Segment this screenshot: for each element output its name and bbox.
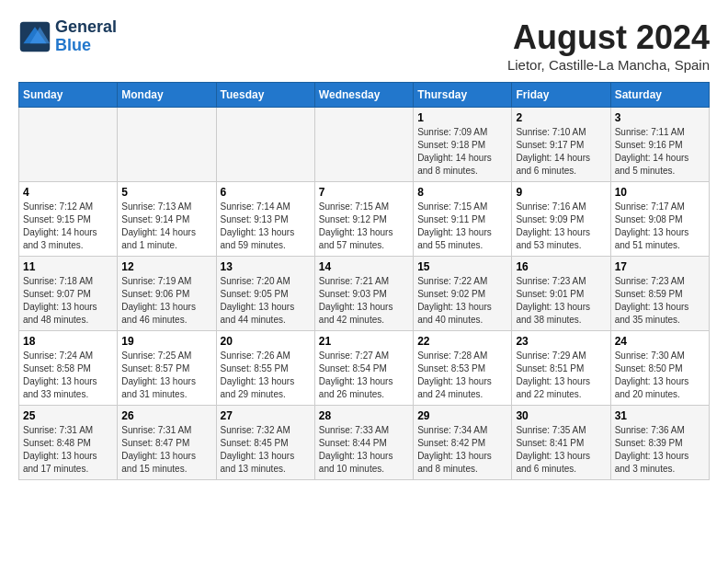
calendar-cell: 2Sunrise: 7:10 AM Sunset: 9:17 PM Daylig… xyxy=(512,108,610,182)
calendar-cell: 5Sunrise: 7:13 AM Sunset: 9:14 PM Daylig… xyxy=(118,182,216,257)
calendar-cell: 3Sunrise: 7:11 AM Sunset: 9:16 PM Daylig… xyxy=(610,108,709,182)
calendar-cell xyxy=(216,108,314,182)
day-info: Sunrise: 7:23 AM Sunset: 8:59 PM Dayligh… xyxy=(615,275,705,327)
calendar-cell: 10Sunrise: 7:17 AM Sunset: 9:08 PM Dayli… xyxy=(610,182,709,257)
day-info: Sunrise: 7:13 AM Sunset: 9:14 PM Dayligh… xyxy=(121,201,211,252)
location: Lietor, Castille-La Mancha, Spain xyxy=(507,57,710,73)
calendar-cell xyxy=(314,108,413,182)
logo: General Blue xyxy=(18,18,117,55)
day-number: 22 xyxy=(417,335,507,348)
calendar-cell: 24Sunrise: 7:30 AM Sunset: 8:50 PM Dayli… xyxy=(610,331,709,406)
calendar-header: SundayMondayTuesdayWednesdayThursdayFrid… xyxy=(19,83,710,108)
day-number: 4 xyxy=(23,186,113,199)
calendar-cell xyxy=(118,108,216,182)
calendar-cell: 14Sunrise: 7:21 AM Sunset: 9:03 PM Dayli… xyxy=(314,257,413,331)
day-info: Sunrise: 7:31 AM Sunset: 8:47 PM Dayligh… xyxy=(121,424,211,476)
day-number: 18 xyxy=(23,335,113,348)
calendar-cell: 21Sunrise: 7:27 AM Sunset: 8:54 PM Dayli… xyxy=(314,331,413,406)
day-number: 13 xyxy=(221,260,311,273)
day-number: 1 xyxy=(417,111,507,124)
day-info: Sunrise: 7:11 AM Sunset: 9:16 PM Dayligh… xyxy=(615,126,705,178)
calendar-cell: 15Sunrise: 7:22 AM Sunset: 9:02 PM Dayli… xyxy=(414,257,512,331)
calendar-cell: 9Sunrise: 7:16 AM Sunset: 9:09 PM Daylig… xyxy=(512,182,610,257)
day-number: 20 xyxy=(221,335,311,348)
day-info: Sunrise: 7:17 AM Sunset: 9:08 PM Dayligh… xyxy=(615,201,705,252)
day-number: 23 xyxy=(516,335,606,348)
day-info: Sunrise: 7:23 AM Sunset: 9:01 PM Dayligh… xyxy=(516,275,606,327)
calendar-week-row: 1Sunrise: 7:09 AM Sunset: 9:18 PM Daylig… xyxy=(19,108,710,182)
day-info: Sunrise: 7:24 AM Sunset: 8:58 PM Dayligh… xyxy=(23,350,113,401)
day-number: 25 xyxy=(23,409,113,422)
month-year: August 2024 xyxy=(507,18,710,57)
day-number: 6 xyxy=(221,186,311,199)
calendar-cell: 23Sunrise: 7:29 AM Sunset: 8:51 PM Dayli… xyxy=(512,331,610,406)
day-info: Sunrise: 7:34 AM Sunset: 8:42 PM Dayligh… xyxy=(417,424,507,476)
day-info: Sunrise: 7:28 AM Sunset: 8:53 PM Dayligh… xyxy=(417,350,507,401)
day-info: Sunrise: 7:12 AM Sunset: 9:15 PM Dayligh… xyxy=(23,201,113,252)
day-info: Sunrise: 7:35 AM Sunset: 8:41 PM Dayligh… xyxy=(516,424,606,476)
day-number: 10 xyxy=(615,186,705,199)
day-info: Sunrise: 7:21 AM Sunset: 9:03 PM Dayligh… xyxy=(319,275,409,327)
weekday-header-sunday: Sunday xyxy=(19,83,118,108)
calendar-week-row: 11Sunrise: 7:18 AM Sunset: 9:07 PM Dayli… xyxy=(19,257,710,331)
day-number: 9 xyxy=(516,186,606,199)
calendar-cell: 18Sunrise: 7:24 AM Sunset: 8:58 PM Dayli… xyxy=(19,331,118,406)
day-number: 26 xyxy=(121,409,211,422)
weekday-header-row: SundayMondayTuesdayWednesdayThursdayFrid… xyxy=(19,83,710,108)
day-info: Sunrise: 7:27 AM Sunset: 8:54 PM Dayligh… xyxy=(319,350,409,401)
day-info: Sunrise: 7:10 AM Sunset: 9:17 PM Dayligh… xyxy=(516,126,606,178)
day-number: 28 xyxy=(319,409,409,422)
logo-line2: Blue xyxy=(55,37,117,55)
day-number: 31 xyxy=(615,409,705,422)
day-number: 21 xyxy=(319,335,409,348)
day-number: 27 xyxy=(221,409,311,422)
day-number: 11 xyxy=(23,260,113,273)
day-info: Sunrise: 7:30 AM Sunset: 8:50 PM Dayligh… xyxy=(615,350,705,401)
calendar-cell: 22Sunrise: 7:28 AM Sunset: 8:53 PM Dayli… xyxy=(414,331,512,406)
calendar-cell: 28Sunrise: 7:33 AM Sunset: 8:44 PM Dayli… xyxy=(314,406,413,480)
day-info: Sunrise: 7:18 AM Sunset: 9:07 PM Dayligh… xyxy=(23,275,113,327)
calendar-cell: 29Sunrise: 7:34 AM Sunset: 8:42 PM Dayli… xyxy=(414,406,512,480)
day-number: 16 xyxy=(516,260,606,273)
day-info: Sunrise: 7:29 AM Sunset: 8:51 PM Dayligh… xyxy=(516,350,606,401)
calendar-cell: 20Sunrise: 7:26 AM Sunset: 8:55 PM Dayli… xyxy=(216,331,314,406)
day-info: Sunrise: 7:14 AM Sunset: 9:13 PM Dayligh… xyxy=(221,201,311,252)
day-number: 3 xyxy=(615,111,705,124)
calendar-cell: 13Sunrise: 7:20 AM Sunset: 9:05 PM Dayli… xyxy=(216,257,314,331)
day-number: 7 xyxy=(319,186,409,199)
calendar-cell: 1Sunrise: 7:09 AM Sunset: 9:18 PM Daylig… xyxy=(414,108,512,182)
day-info: Sunrise: 7:20 AM Sunset: 9:05 PM Dayligh… xyxy=(221,275,311,327)
day-number: 15 xyxy=(417,260,507,273)
calendar-cell: 26Sunrise: 7:31 AM Sunset: 8:47 PM Dayli… xyxy=(118,406,216,480)
day-info: Sunrise: 7:31 AM Sunset: 8:48 PM Dayligh… xyxy=(23,424,113,476)
calendar-cell: 6Sunrise: 7:14 AM Sunset: 9:13 PM Daylig… xyxy=(216,182,314,257)
day-info: Sunrise: 7:15 AM Sunset: 9:12 PM Dayligh… xyxy=(319,201,409,252)
day-info: Sunrise: 7:09 AM Sunset: 9:18 PM Dayligh… xyxy=(417,126,507,178)
calendar-week-row: 25Sunrise: 7:31 AM Sunset: 8:48 PM Dayli… xyxy=(19,406,710,480)
calendar-cell: 17Sunrise: 7:23 AM Sunset: 8:59 PM Dayli… xyxy=(610,257,709,331)
day-number: 30 xyxy=(516,409,606,422)
calendar-cell: 25Sunrise: 7:31 AM Sunset: 8:48 PM Dayli… xyxy=(19,406,118,480)
weekday-header-wednesday: Wednesday xyxy=(314,83,413,108)
calendar-cell: 30Sunrise: 7:35 AM Sunset: 8:41 PM Dayli… xyxy=(512,406,610,480)
day-number: 14 xyxy=(319,260,409,273)
day-info: Sunrise: 7:25 AM Sunset: 8:57 PM Dayligh… xyxy=(121,350,211,401)
calendar-body: 1Sunrise: 7:09 AM Sunset: 9:18 PM Daylig… xyxy=(19,108,710,480)
title-area: August 2024 Lietor, Castille-La Mancha, … xyxy=(507,18,710,73)
calendar-cell: 7Sunrise: 7:15 AM Sunset: 9:12 PM Daylig… xyxy=(314,182,413,257)
calendar-cell: 19Sunrise: 7:25 AM Sunset: 8:57 PM Dayli… xyxy=(118,331,216,406)
calendar-cell: 12Sunrise: 7:19 AM Sunset: 9:06 PM Dayli… xyxy=(118,257,216,331)
day-number: 29 xyxy=(417,409,507,422)
calendar-cell: 27Sunrise: 7:32 AM Sunset: 8:45 PM Dayli… xyxy=(216,406,314,480)
calendar-week-row: 18Sunrise: 7:24 AM Sunset: 8:58 PM Dayli… xyxy=(19,331,710,406)
day-info: Sunrise: 7:19 AM Sunset: 9:06 PM Dayligh… xyxy=(121,275,211,327)
day-number: 12 xyxy=(121,260,211,273)
day-info: Sunrise: 7:33 AM Sunset: 8:44 PM Dayligh… xyxy=(319,424,409,476)
weekday-header-monday: Monday xyxy=(118,83,216,108)
day-info: Sunrise: 7:16 AM Sunset: 9:09 PM Dayligh… xyxy=(516,201,606,252)
day-number: 17 xyxy=(615,260,705,273)
calendar-cell: 4Sunrise: 7:12 AM Sunset: 9:15 PM Daylig… xyxy=(19,182,118,257)
calendar-cell: 16Sunrise: 7:23 AM Sunset: 9:01 PM Dayli… xyxy=(512,257,610,331)
weekday-header-friday: Friday xyxy=(512,83,610,108)
calendar-cell xyxy=(19,108,118,182)
